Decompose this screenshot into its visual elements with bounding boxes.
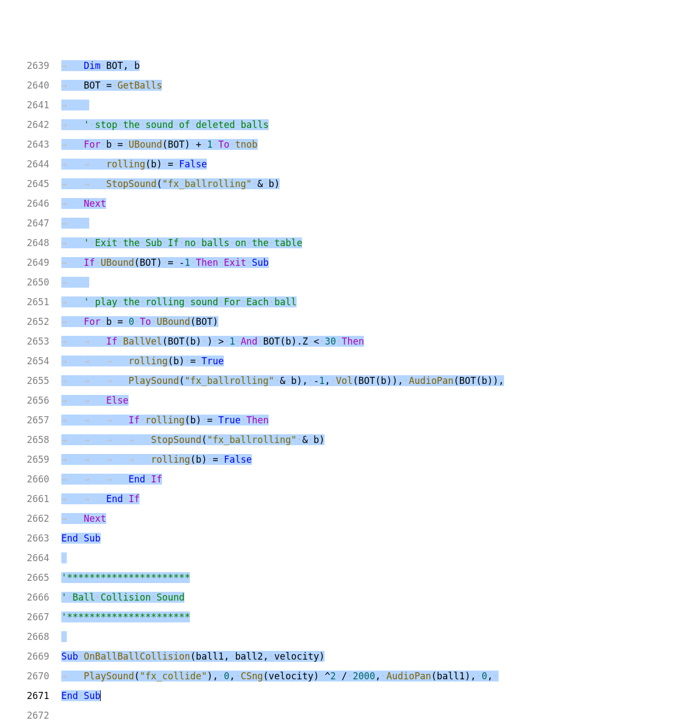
code-line[interactable]: 2645→ → StopSound("fx_ballrolling"·&·b) [0, 177, 700, 197]
line-number: 2649 [0, 256, 61, 270]
line-number: 2666 [0, 591, 61, 605]
code-content[interactable]: → If·UBound(BOT)·=·-1·Then·Exit·Sub [61, 256, 700, 270]
code-line[interactable]: 2658→ → → → StopSound("fx_ballrolling"·&… [0, 433, 700, 453]
code-line[interactable]: 2671End·Sub [0, 689, 700, 709]
code-line[interactable]: 2654→ → → rolling(b)·=·True [0, 354, 700, 374]
code-line[interactable]: 2644→ → rolling(b)·=·False [0, 158, 700, 177]
code-content[interactable]: '********************** [61, 610, 700, 625]
code-content[interactable] [61, 630, 700, 644]
code-line[interactable]: 2643→ For·b·=·UBound(BOT)·+·1·To·tnob [0, 138, 700, 158]
code-line[interactable]: 2661→ → End·If [0, 492, 700, 512]
line-number: 2647 [0, 217, 61, 231]
line-number: 2652 [0, 315, 61, 329]
code-editor[interactable]: 2639→ Dim·BOT,·b2640→ BOT·=·GetBalls2641… [0, 56, 700, 728]
code-content[interactable]: → → → → rolling(b)·=·False [61, 453, 700, 467]
line-number: 2671 [0, 689, 61, 703]
code-line[interactable]: 2639→ Dim·BOT,·b [0, 59, 700, 79]
line-number: 2644 [0, 158, 61, 172]
code-line[interactable]: 2668 [0, 630, 700, 650]
code-content[interactable]: → PlaySound("fx_collide"),·0,·CSng(veloc… [61, 669, 700, 684]
code-content[interactable]: → For·b·=·UBound(BOT)·+·1·To·tnob [61, 138, 700, 152]
line-number: 2657 [0, 413, 61, 428]
line-number: 2655 [0, 374, 61, 388]
line-number: 2639 [0, 59, 61, 73]
line-number: 2672 [0, 709, 61, 723]
code-line[interactable]: 2657→ → → If·rolling(b)·=·True·Then [0, 413, 700, 433]
code-line[interactable]: 2667'********************** [0, 610, 700, 630]
code-content[interactable]: → → → rolling(b)·=·True [61, 354, 700, 369]
line-number: 2662 [0, 512, 61, 526]
code-content[interactable]: → Dim·BOT,·b [61, 59, 700, 73]
line-number: 2667 [0, 610, 61, 625]
code-content[interactable]: → → → PlaySound("fx_ballrolling"·&·b),·-… [61, 374, 700, 388]
code-line[interactable]: 2672 [0, 709, 700, 728]
code-content[interactable]: → '·play·the·rolling·sound·For·Each·ball [61, 295, 700, 310]
code-line[interactable]: 2665'********************** [0, 571, 700, 591]
code-line[interactable]: 2640→ BOT·=·GetBalls [0, 79, 700, 98]
line-number: 2648 [0, 236, 61, 251]
code-content[interactable]: → Next [61, 512, 700, 526]
code-content[interactable]: → → StopSound("fx_ballrolling"·&·b) [61, 177, 700, 191]
code-content[interactable]: → '·stop·the·sound·of·deleted·balls [61, 118, 700, 132]
code-content[interactable]: '·Ball·Collision·Sound [61, 591, 700, 605]
code-content[interactable]: → '·Exit·the·Sub·If·no·balls·on·the·tabl… [61, 236, 700, 251]
code-line[interactable]: 2642→ '·stop·the·sound·of·deleted·balls [0, 118, 700, 138]
code-line[interactable]: 2663End·Sub [0, 532, 700, 551]
line-number: 2656 [0, 394, 61, 408]
code-line[interactable]: 2656→ → Else [0, 394, 700, 413]
line-number: 2661 [0, 492, 61, 506]
line-number: 2663 [0, 532, 61, 546]
code-line[interactable]: 2641→ [0, 98, 700, 118]
line-number: 2659 [0, 453, 61, 467]
line-number: 2640 [0, 79, 61, 93]
line-number: 2668 [0, 630, 61, 644]
line-number: 2651 [0, 295, 61, 310]
code-content[interactable]: → → Else [61, 394, 700, 408]
code-content[interactable]: → [61, 98, 700, 113]
code-content[interactable]: → BOT·=·GetBalls [61, 79, 700, 93]
code-content[interactable]: → → rolling(b)·=·False [61, 158, 700, 172]
line-number: 2642 [0, 118, 61, 132]
text-cursor [100, 690, 101, 701]
code-line[interactable]: 2652→ For·b·=·0·To·UBound(BOT) [0, 315, 700, 335]
line-number: 2669 [0, 650, 61, 664]
code-content[interactable]: End·Sub [61, 532, 700, 546]
code-line[interactable]: 2649→ If·UBound(BOT)·=·-1·Then·Exit·Sub [0, 256, 700, 276]
line-number: 2654 [0, 354, 61, 369]
code-line[interactable]: 2647→ [0, 217, 700, 236]
line-number: 2665 [0, 571, 61, 585]
code-line[interactable]: 2659→ → → → rolling(b)·=·False [0, 453, 700, 473]
line-number: 2643 [0, 138, 61, 152]
code-line[interactable]: 2648→ '·Exit·the·Sub·If·no·balls·on·the·… [0, 236, 700, 256]
line-number: 2653 [0, 335, 61, 349]
code-content[interactable]: → [61, 217, 700, 231]
code-line[interactable]: 2662→ Next [0, 512, 700, 532]
code-line[interactable]: 2660→ → → End·If [0, 473, 700, 492]
code-line[interactable]: 2653→ → If·BallVel(BOT(b)·)·>·1·And·BOT(… [0, 335, 700, 354]
code-content[interactable]: End·Sub [61, 689, 700, 703]
code-content[interactable]: → For·b·=·0·To·UBound(BOT) [61, 315, 700, 329]
line-number: 2641 [0, 98, 61, 113]
code-line[interactable]: 2655→ → → PlaySound("fx_ballrolling"·&·b… [0, 374, 700, 394]
code-line[interactable]: 2651→ '·play·the·rolling·sound·For·Each·… [0, 295, 700, 315]
code-line[interactable]: 2664 [0, 551, 700, 571]
code-line[interactable]: 2669Sub·OnBallBallCollision(ball1,·ball2… [0, 650, 700, 669]
line-number: 2646 [0, 197, 61, 211]
code-content[interactable]: → [61, 276, 700, 290]
code-line[interactable]: 2650→ [0, 276, 700, 295]
code-line[interactable]: 2666'·Ball·Collision·Sound [0, 591, 700, 610]
code-line[interactable]: 2646→ Next [0, 197, 700, 217]
code-content[interactable]: → → End·If [61, 492, 700, 506]
line-number: 2645 [0, 177, 61, 191]
code-content[interactable]: → → → → StopSound("fx_ballrolling"·&·b) [61, 433, 700, 447]
code-content[interactable] [61, 551, 700, 566]
line-number: 2650 [0, 276, 61, 290]
code-content[interactable]: Sub·OnBallBallCollision(ball1,·ball2,·ve… [61, 650, 700, 664]
code-content[interactable]: → → → If·rolling(b)·=·True·Then [61, 413, 700, 428]
line-number: 2660 [0, 473, 61, 487]
code-content[interactable]: '********************** [61, 571, 700, 585]
code-line[interactable]: 2670→ PlaySound("fx_collide"),·0,·CSng(v… [0, 669, 700, 689]
code-content[interactable]: → → → End·If [61, 473, 700, 487]
code-content[interactable]: → Next [61, 197, 700, 211]
code-content[interactable]: → → If·BallVel(BOT(b)·)·>·1·And·BOT(b).Z… [61, 335, 700, 349]
